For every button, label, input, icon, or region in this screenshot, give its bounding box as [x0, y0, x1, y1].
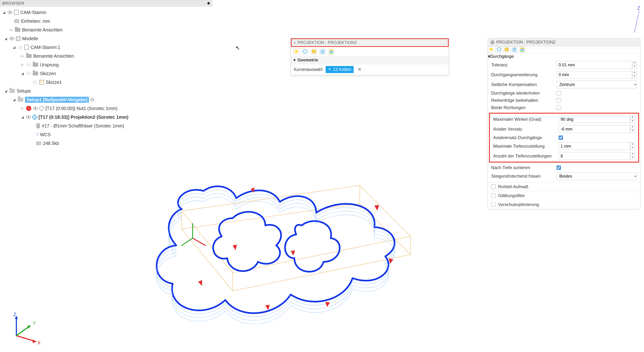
svg-text:Z: Z	[637, 6, 640, 11]
tree-units[interactable]: Einheiten: mm	[0, 17, 212, 26]
browser-header[interactable]: BROWSER	[0, 0, 212, 7]
toleranz-input[interactable]	[556, 61, 632, 69]
tab-heights-icon[interactable]	[310, 48, 317, 55]
tab-tool-icon[interactable]	[293, 48, 300, 55]
row-richtungen: Beide Richtungen	[488, 104, 640, 111]
tab-geometry-icon[interactable]	[496, 46, 502, 53]
stats-icon	[36, 141, 41, 145]
viewport-3d[interactable]	[138, 160, 429, 349]
tree-sketch1[interactable]: Skizze1	[0, 78, 212, 87]
dialog-title[interactable]: ▸PROJEKTION : PROJEKTION2	[291, 38, 449, 47]
axis-y-label: Y	[33, 320, 36, 326]
svg-marker-2	[389, 258, 393, 264]
spin-down[interactable]: ▼	[632, 75, 637, 79]
wiederholen-checkbox[interactable]	[556, 91, 561, 95]
vorschub-checkbox[interactable]	[491, 202, 496, 207]
spin-up[interactable]: ▲	[632, 71, 637, 75]
cube-icon	[16, 36, 20, 41]
folder-icon	[15, 28, 20, 32]
tab-tool-icon[interactable]	[488, 46, 494, 53]
svg-marker-7	[291, 250, 295, 256]
steigend-select[interactable]: Beides	[556, 172, 637, 180]
spin-down[interactable]: ▼	[630, 156, 635, 160]
tree-child-named-views[interactable]: ▷Benannte Ansichten	[0, 52, 212, 60]
tree-tool[interactable]: #17 - Ø1mm Schaftfräser (Sorotec 1mm)	[0, 121, 212, 130]
kompensation-select[interactable]: Zentrum	[556, 81, 637, 88]
spin-up[interactable]: ▲	[630, 116, 635, 119]
tree-size[interactable]: 248.5kb	[0, 139, 212, 148]
tree-models[interactable]: ◢Modelle	[0, 34, 212, 43]
sketch-icon	[39, 80, 44, 85]
operation-icon	[32, 114, 38, 120]
ax-versatz-input[interactable]	[558, 125, 630, 133]
rohteil-checkbox[interactable]	[491, 185, 496, 189]
visibility-icon[interactable]	[18, 46, 22, 49]
spin-down[interactable]: ▼	[630, 146, 635, 150]
section-vorschub[interactable]: Vorschuboptimierung	[488, 200, 640, 209]
tab-passes-icon[interactable]	[511, 46, 518, 53]
tab-linking-icon[interactable]	[519, 46, 526, 53]
browser-title: BROWSER	[2, 1, 24, 6]
tree-sketches[interactable]: ◢Skizzen	[0, 69, 212, 78]
tab-linking-icon[interactable]	[328, 48, 334, 55]
tree-setup1[interactable]: ◢Setup1 [Nullpunkt=Vorgabe]	[0, 95, 212, 104]
panel-menu-icon[interactable]	[207, 2, 210, 5]
tree-model-child[interactable]: ◢CAM-Stamm:1	[0, 43, 212, 52]
panel-title[interactable]: PROJEKTION : PROJEKTION2	[488, 38, 640, 46]
section-passes[interactable]: ▾Durchgänge	[488, 54, 640, 59]
nach-tiefe-checkbox[interactable]	[556, 165, 561, 170]
axis-gizmo[interactable]: Z Y X	[6, 308, 42, 345]
spin-down[interactable]: ▼	[632, 65, 637, 69]
tree-wcs[interactable]: ⤴WCS	[0, 130, 212, 139]
visibility-icon[interactable]	[10, 37, 14, 40]
ax-durch-checkbox[interactable]	[558, 135, 563, 140]
row-kompensation: Seitliche KompensationZentrum	[488, 80, 640, 90]
view-indicator[interactable]: Z	[630, 6, 643, 38]
tab-passes-icon[interactable]	[319, 48, 326, 55]
erweiterung-input[interactable]	[556, 71, 632, 79]
visibility-icon[interactable]	[26, 115, 31, 119]
clear-selection-button[interactable]: ✕	[357, 67, 362, 72]
section-glaettung[interactable]: Glättungsfilter	[488, 191, 640, 200]
active-setup-icon[interactable]	[91, 98, 94, 101]
visibility-icon[interactable]	[33, 107, 38, 110]
max-tief-input[interactable]	[558, 142, 630, 150]
tree-op2[interactable]: ◢[T17 (0:18:33)] Projektion2 (Sorotec 1m…	[0, 113, 212, 121]
visibility-icon[interactable]	[8, 11, 12, 14]
tree-root[interactable]: ◢CAM-Stamm	[0, 8, 212, 17]
richtungen-checkbox[interactable]	[556, 106, 561, 110]
endmill-icon	[36, 123, 40, 128]
selection-chip[interactable]: ↖12 Ketten	[326, 66, 354, 73]
folder-open-icon	[18, 98, 23, 102]
visibility-icon[interactable]	[26, 63, 31, 66]
spin-up[interactable]: ▲	[632, 61, 637, 65]
svg-line-9	[192, 238, 205, 245]
tree-op1[interactable]: ▷![T17 (0:00:00)] Nut1 (Sorotec 1mm)	[0, 104, 212, 113]
spin-up[interactable]: ▲	[630, 143, 635, 146]
anz-tief-input[interactable]	[558, 152, 630, 160]
folder-icon	[33, 63, 38, 67]
operation-icon	[39, 106, 44, 111]
reihenfolge-checkbox[interactable]	[556, 98, 561, 103]
section-rohteil[interactable]: Rohteil-Aufmaß	[488, 182, 640, 191]
cursor-icon: ↖	[328, 67, 332, 72]
tab-heights-icon[interactable]	[503, 46, 510, 53]
row-anz-tief: Anzahl der Tiefenzustellungen▲▼	[490, 151, 638, 161]
spin-up[interactable]: ▲	[630, 152, 635, 156]
max-winkel-input[interactable]	[558, 115, 630, 123]
visibility-icon[interactable]	[26, 72, 31, 75]
setup-label: Setup1 [Nullpunkt=Vorgabe]	[25, 97, 89, 103]
glaettung-checkbox[interactable]	[491, 193, 496, 198]
visibility-icon[interactable]	[33, 81, 38, 84]
dialog-section-geometry[interactable]: ▾Geometrie	[291, 56, 449, 64]
tree-origin[interactable]: ▷Ursprung	[0, 60, 212, 69]
dialog-tab-row	[291, 47, 449, 56]
spin-up[interactable]: ▲	[630, 125, 635, 129]
spin-down[interactable]: ▼	[630, 119, 635, 123]
svg-marker-6	[232, 245, 237, 250]
tab-geometry-icon[interactable]	[302, 48, 308, 55]
spin-down[interactable]: ▼	[630, 129, 635, 133]
tree-setups[interactable]: ◢Setups	[0, 87, 212, 95]
row-ax-durch: Axialversatz-Durchgänge	[490, 134, 638, 141]
tree-named-views[interactable]: ▷Benannte Ansichten	[0, 26, 212, 34]
